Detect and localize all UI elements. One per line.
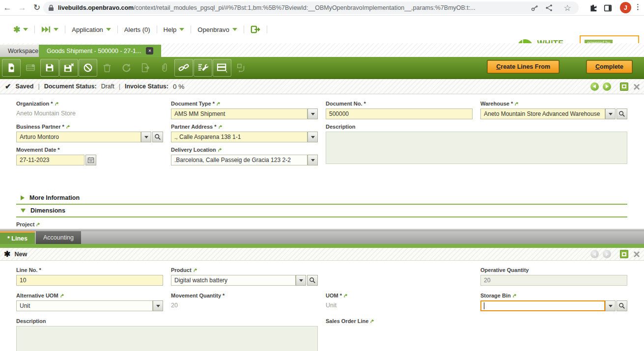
storage-bin-dropdown-button[interactable] [605, 300, 616, 311]
field-alternative-uom: Alternative UOM [16, 292, 163, 318]
storage-bin-search-button[interactable] [616, 300, 627, 311]
field-partner-address: Partner Address * [171, 123, 318, 146]
chevron-down-icon [609, 305, 613, 307]
save-and-close-button[interactable] [59, 59, 78, 77]
close-lines-button[interactable]: × [633, 250, 640, 258]
field-link-icon[interactable] [513, 294, 517, 297]
warehouse-input[interactable] [480, 108, 605, 119]
quick-launch-menu-button[interactable] [35, 26, 65, 33]
warehouse-search-button[interactable] [616, 108, 627, 119]
menu-openbravo-label: Openbravo [197, 26, 229, 33]
maximize-panel-button[interactable] [620, 82, 628, 91]
section-dimensions[interactable]: Dimensions [16, 205, 627, 217]
business-partner-search-button[interactable] [152, 132, 163, 142]
storage-bin-input[interactable] [484, 301, 604, 310]
extensions-puzzle-icon[interactable] [589, 4, 604, 12]
browser-forward-button[interactable]: → [15, 3, 29, 13]
password-key-icon[interactable] [531, 4, 545, 12]
menu-application[interactable]: Application [65, 26, 117, 33]
chevron-down-icon [299, 279, 303, 282]
document-no-label: Document No. * [326, 101, 366, 107]
delivery-location-input[interactable] [171, 155, 308, 165]
document-type-input[interactable] [171, 108, 308, 119]
app-header: ✱ Application Alerts (0) Help Openbravo [0, 16, 644, 43]
field-link-icon[interactable] [218, 148, 222, 152]
product-input[interactable] [171, 275, 296, 286]
menu-alerts[interactable]: Alerts (0) [118, 26, 157, 33]
description-label: Description [326, 124, 356, 130]
description-textarea[interactable] [326, 132, 627, 164]
alternative-uom-dropdown-button[interactable] [153, 300, 163, 311]
new-workspace-icon: ✱ [13, 25, 20, 35]
section-more-information[interactable]: More Information [16, 192, 627, 205]
line-description-textarea[interactable] [16, 326, 318, 351]
undo-changes-button[interactable] [79, 59, 97, 77]
tab-accounting[interactable]: Accounting [36, 231, 81, 244]
new-document-button[interactable] [2, 59, 21, 77]
calendar-button[interactable] [85, 155, 96, 165]
movement-quantity-value: 20 [171, 300, 318, 309]
partner-address-dropdown-button[interactable] [308, 132, 318, 142]
field-link-icon[interactable] [370, 319, 374, 323]
browser-refresh-button[interactable]: ↻ [29, 2, 44, 13]
menu-help[interactable]: Help [157, 26, 191, 33]
warehouse-dropdown-button[interactable] [605, 108, 616, 119]
maximize-lines-button[interactable] [620, 250, 628, 258]
product-search-button[interactable] [307, 275, 318, 286]
browser-profile-avatar[interactable]: J [620, 2, 631, 13]
field-uom: UOM * Unit [326, 292, 473, 318]
audit-tools-button[interactable] [194, 59, 212, 77]
create-lines-from-button[interactable]: Create Lines From [487, 60, 559, 73]
movement-date-input[interactable] [16, 155, 84, 165]
field-link-icon[interactable] [60, 294, 64, 297]
share-icon[interactable] [545, 4, 560, 12]
line-no-input[interactable] [16, 275, 163, 286]
address-bar[interactable]: livebuilds.openbravo.com/context/retail_… [43, 1, 579, 14]
invoice-status-label: Invoice Status: [125, 83, 168, 90]
grid-form-view-button[interactable] [213, 59, 231, 77]
previous-record-button[interactable] [590, 82, 599, 91]
document-no-input[interactable] [326, 108, 473, 119]
close-panel-button[interactable]: × [633, 82, 640, 91]
maximize-icon [622, 252, 626, 256]
field-movement-date: Movement Date * [16, 146, 163, 169]
field-link-icon[interactable] [515, 102, 519, 106]
side-panel-icon[interactable] [604, 4, 618, 12]
field-link-icon[interactable] [36, 222, 40, 226]
business-partner-label: Business Partner * [16, 124, 64, 130]
movement-quantity-label: Movement Quantity * [171, 293, 224, 298]
tab-close-icon[interactable]: × [146, 47, 153, 54]
alternative-uom-input[interactable] [16, 300, 153, 311]
tab-workspace-label: Workspace [8, 48, 38, 54]
tab-goods-shipment[interactable]: Goods Shipment - 500000 - 27-1... × [39, 45, 161, 57]
save-button[interactable] [40, 59, 59, 77]
field-link-icon[interactable] [344, 294, 348, 297]
next-record-button[interactable] [603, 82, 611, 91]
logout-button[interactable] [244, 25, 267, 34]
business-partner-input[interactable] [16, 132, 141, 142]
browser-back-button[interactable]: ← [0, 3, 15, 13]
tab-lines[interactable]: * Lines [0, 231, 35, 244]
operative-quantity-input[interactable] [480, 275, 627, 286]
partner-address-label: Partner Address * [171, 124, 217, 130]
menu-openbravo[interactable]: Openbravo [191, 26, 243, 33]
browser-menu-icon[interactable]: ⋮ [634, 2, 642, 11]
business-partner-dropdown-button[interactable] [141, 132, 151, 142]
chevron-down-icon [311, 136, 315, 138]
product-dropdown-button[interactable] [296, 275, 306, 286]
field-link-icon[interactable] [55, 102, 59, 106]
workspace-menu-button[interactable]: ✱ [7, 25, 34, 35]
document-type-dropdown-button[interactable] [308, 108, 318, 119]
link-button[interactable] [174, 59, 193, 77]
partner-address-input[interactable] [171, 132, 308, 142]
field-link-icon[interactable] [66, 125, 70, 129]
chevron-down-icon [23, 28, 28, 31]
complete-button[interactable]: Complete [587, 60, 632, 73]
field-link-icon[interactable] [217, 102, 221, 106]
record-status-bar: ✔ Saved | Document Status: Draft | Invoi… [0, 79, 644, 94]
chevron-down-icon [232, 28, 237, 31]
field-link-icon[interactable] [219, 125, 223, 129]
bookmark-star-icon[interactable]: ☆ [560, 3, 575, 13]
delivery-location-dropdown-button[interactable] [308, 155, 318, 165]
field-link-icon[interactable] [194, 268, 197, 272]
